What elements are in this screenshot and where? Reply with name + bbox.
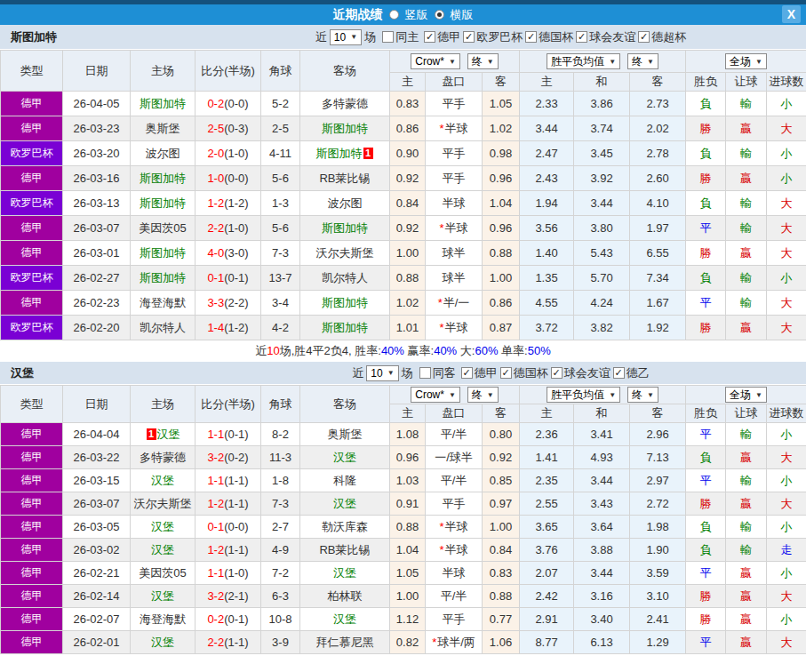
- checkbox-checked-icon[interactable]: ✓: [424, 31, 435, 43]
- radio-vertical-label[interactable]: 竖版: [405, 7, 428, 23]
- home-odds-cell: 1.02: [390, 291, 426, 316]
- away-team-link[interactable]: 沃尔夫斯堡: [316, 246, 374, 260]
- checkbox-checked-icon[interactable]: ✓: [613, 367, 625, 379]
- away-team-link[interactable]: 柏林联: [328, 589, 363, 603]
- home-team-link[interactable]: 奥斯堡: [146, 122, 180, 135]
- close-icon[interactable]: X: [782, 5, 801, 23]
- home-team-link[interactable]: 美因茨05: [139, 566, 186, 580]
- away-team-link[interactable]: 汉堡: [333, 497, 356, 510]
- league-filter[interactable]: ✓德国杯: [525, 29, 573, 45]
- away-team-link[interactable]: 勒沃库森: [322, 520, 368, 533]
- fulltime-select[interactable]: 全场▼: [725, 53, 767, 69]
- same-venue-filter[interactable]: 同客: [419, 365, 456, 381]
- match-count-select[interactable]: 10 ▼: [330, 29, 362, 45]
- score-cell: 1-4(1-2): [196, 316, 261, 340]
- home-team-link[interactable]: 美因茨05: [139, 221, 186, 235]
- home-team-link[interactable]: 汉堡: [151, 520, 174, 533]
- col-score: 比分(半场): [196, 51, 261, 92]
- league-filter[interactable]: ✓球会友谊: [576, 29, 635, 45]
- chevron-down-icon: ▼: [449, 391, 456, 399]
- away-team-link[interactable]: 汉堡: [333, 566, 356, 580]
- home-team-link[interactable]: 沃尔夫斯堡: [134, 497, 192, 510]
- away-team-link[interactable]: RB莱比锡: [319, 172, 370, 185]
- away-team-link[interactable]: 拜仁慕尼黑: [316, 636, 374, 649]
- match-count-select[interactable]: 10 ▼: [366, 365, 398, 381]
- league-filter[interactable]: ✓德超杯: [638, 29, 686, 45]
- checkbox-unchecked-icon[interactable]: [382, 31, 394, 43]
- league-filter[interactable]: ✓球会友谊: [551, 365, 610, 381]
- radio-horizontal-label[interactable]: 横版: [451, 7, 474, 23]
- date-cell: 26-02-01: [63, 631, 131, 654]
- league-filters-0: ✓德甲✓欧罗巴杯✓德国杯✓球会友谊✓德超杯: [421, 29, 686, 45]
- away-team-link[interactable]: 波尔图: [328, 196, 363, 210]
- away-team-link[interactable]: 斯图加特: [322, 296, 368, 309]
- avg-select[interactable]: 胜平负均值▼: [547, 387, 620, 403]
- home-team-link[interactable]: 斯图加特: [140, 196, 186, 210]
- home-team-link[interactable]: 海登海默: [140, 296, 186, 309]
- home-team-link[interactable]: 斯图加特: [140, 97, 186, 110]
- checkbox-checked-icon[interactable]: ✓: [638, 31, 650, 43]
- away-team-link[interactable]: 汉堡: [333, 612, 356, 626]
- home-team-link[interactable]: 多特蒙德: [140, 451, 186, 464]
- away-team-link[interactable]: 凯尔特人: [322, 271, 368, 284]
- handicap-text: 平手: [443, 147, 466, 160]
- handicap-text: 半球: [445, 321, 468, 334]
- handicap-text: 半球: [445, 122, 468, 135]
- halftime-score: (0-0): [224, 520, 248, 533]
- final-select2[interactable]: 终▼: [627, 53, 658, 69]
- home-team-link[interactable]: 斯图加特: [140, 246, 186, 260]
- halftime-score: (0-1): [224, 271, 248, 284]
- score-cell: 0-2(0-0): [196, 92, 261, 116]
- score-cell: 0-1(0-1): [196, 266, 261, 291]
- avg-draw-cell: 3.44: [574, 191, 630, 216]
- chevron-down-icon: ▼: [755, 391, 762, 399]
- home-team-cell: 汉堡: [131, 585, 196, 608]
- company-select[interactable]: Crow*▼: [411, 387, 460, 403]
- checkbox-checked-icon[interactable]: ✓: [525, 31, 537, 43]
- checkbox-checked-icon[interactable]: ✓: [576, 31, 587, 43]
- checkbox-checked-icon[interactable]: ✓: [500, 367, 512, 379]
- away-team-link[interactable]: 科隆: [333, 474, 356, 487]
- league-filter[interactable]: ✓德乙: [613, 365, 650, 381]
- away-odds-cell: 1.00: [483, 266, 520, 291]
- league-filter[interactable]: ✓德国杯: [500, 365, 548, 381]
- home-team-link[interactable]: 海登海默: [140, 612, 186, 626]
- league-filter[interactable]: ✓德甲: [424, 29, 460, 45]
- checkbox-checked-icon[interactable]: ✓: [551, 367, 563, 379]
- goals-result-cell: 小: [767, 469, 806, 492]
- home-team-link[interactable]: 汉堡: [157, 428, 180, 441]
- final-select[interactable]: 终▼: [467, 387, 499, 403]
- home-team-link[interactable]: 凯尔特人: [140, 321, 186, 334]
- away-team-link[interactable]: 斯图加特: [322, 321, 368, 334]
- final-select[interactable]: 终▼: [467, 53, 499, 69]
- home-team-link[interactable]: 斯图加特: [140, 172, 186, 185]
- company-select[interactable]: Crow*▼: [411, 53, 460, 69]
- away-team-link[interactable]: 斯图加特: [316, 147, 363, 160]
- final-select2[interactable]: 终▼: [627, 387, 658, 403]
- home-team-link[interactable]: 汉堡: [151, 589, 174, 603]
- away-team-link[interactable]: 汉堡: [333, 451, 356, 464]
- match-row: 德甲26-03-01斯图加特4-0(3-0)7-3沃尔夫斯堡1.00球半0.88…: [1, 241, 806, 266]
- away-team-link[interactable]: 多特蒙德: [322, 97, 368, 110]
- home-team-link[interactable]: 斯图加特: [140, 271, 186, 284]
- home-team-link[interactable]: 汉堡: [151, 543, 174, 556]
- home-team-cell: 海登海默: [131, 608, 196, 631]
- radio-horizontal[interactable]: [435, 10, 444, 20]
- summary-part: 60%: [475, 344, 498, 357]
- fulltime-select[interactable]: 全场▼: [725, 387, 767, 403]
- home-team-link[interactable]: 汉堡: [151, 474, 174, 487]
- checkbox-unchecked-icon[interactable]: [419, 367, 431, 379]
- away-team-link[interactable]: 奥斯堡: [328, 428, 363, 441]
- same-venue-filter[interactable]: 同主: [382, 29, 419, 45]
- away-team-link[interactable]: 斯图加特: [322, 122, 368, 135]
- radio-vertical[interactable]: [389, 10, 399, 20]
- home-team-link[interactable]: 波尔图: [146, 147, 180, 160]
- home-team-link[interactable]: 汉堡: [151, 636, 174, 649]
- checkbox-checked-icon[interactable]: ✓: [463, 31, 475, 43]
- league-filter[interactable]: ✓德甲: [461, 365, 498, 381]
- away-team-link[interactable]: 斯图加特: [322, 221, 368, 235]
- checkbox-checked-icon[interactable]: ✓: [461, 367, 473, 379]
- avg-select[interactable]: 胜平负均值▼: [547, 53, 620, 69]
- away-team-link[interactable]: RB莱比锡: [319, 543, 370, 556]
- league-filter[interactable]: ✓欧罗巴杯: [463, 29, 523, 45]
